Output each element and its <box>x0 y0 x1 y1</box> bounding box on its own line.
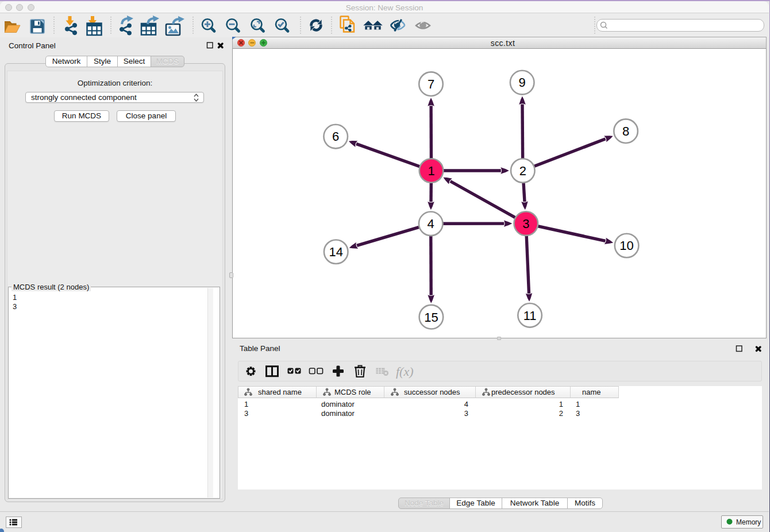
svg-text:8: 8 <box>622 124 629 138</box>
svg-text:2: 2 <box>519 164 526 178</box>
svg-text:14: 14 <box>329 245 342 259</box>
svg-text:7: 7 <box>428 77 434 91</box>
svg-text:10: 10 <box>619 238 633 253</box>
svg-text:4: 4 <box>428 217 434 231</box>
svg-text:1: 1 <box>428 164 434 178</box>
svg-text:11: 11 <box>523 309 537 323</box>
svg-text:Memory: Memory <box>736 518 761 526</box>
svg-text:f(x): f(x) <box>396 364 414 379</box>
svg-text:6: 6 <box>332 129 339 144</box>
svg-text:9: 9 <box>519 75 526 90</box>
svg-text:3: 3 <box>522 217 529 231</box>
svg-text:15: 15 <box>424 310 438 325</box>
